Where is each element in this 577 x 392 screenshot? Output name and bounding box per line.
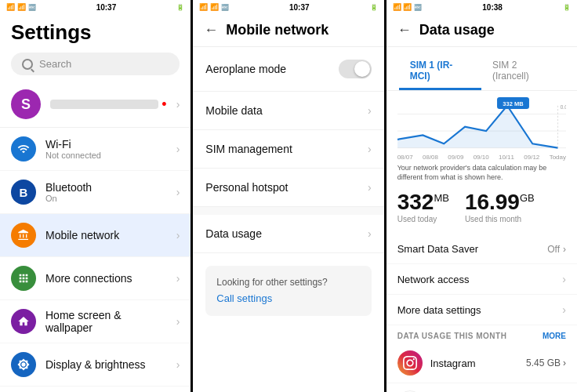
display-item[interactable]: Display & brightness › xyxy=(0,343,191,387)
network-access-row[interactable]: Network access › xyxy=(386,264,577,295)
profile-chevron: › xyxy=(176,98,180,111)
status-right-1: 🔋 xyxy=(176,4,184,11)
wifi-chevron: › xyxy=(176,143,180,155)
chart-svg: 332 MB 0.0 xyxy=(397,97,566,152)
bluetooth-label: Bluetooth xyxy=(45,181,167,194)
status-left-3: 📶 📶 🔤 xyxy=(393,3,423,11)
status-time-1: 10:37 xyxy=(96,3,117,12)
network-type-3: 🔤 xyxy=(414,4,422,11)
status-time-2: 10:37 xyxy=(289,3,310,12)
sim2-tab[interactable]: SIM 2 (Irancell) xyxy=(481,53,564,90)
svg-text:332 MB: 332 MB xyxy=(503,100,524,107)
bluetooth-item[interactable]: B Bluetooth On › xyxy=(0,171,191,214)
personal-hotspot-chevron: › xyxy=(368,181,372,194)
aeroplane-mode-item[interactable]: Aeroplane mode xyxy=(193,47,383,92)
homescreen-label: Home screen & wallpaper xyxy=(45,309,167,334)
back-button[interactable]: ← xyxy=(204,22,218,38)
battery-icon-3: 🔋 xyxy=(563,4,571,11)
svg-marker-3 xyxy=(397,106,558,148)
mobile-network-panel: 📶 📶 🔤 10:37 🔋 ← Mobile network Aeroplane… xyxy=(191,0,383,392)
sim-tabs: SIM 1 (IR-MCI) SIM 2 (Irancell) xyxy=(386,47,577,91)
data-usage-item[interactable]: Data usage › xyxy=(193,215,383,253)
data-usage-header: ← Data usage xyxy=(386,14,577,47)
wifi-item[interactable]: Wi-Fi Not connected › xyxy=(0,128,191,171)
used-month-label: Used this month xyxy=(465,215,535,223)
bluetooth-info: Bluetooth On xyxy=(45,181,167,203)
more-data-settings-label: More data settings xyxy=(397,304,481,316)
network-type: 🔤 xyxy=(28,4,36,11)
mobile-network-item[interactable]: Mobile network › xyxy=(0,214,191,257)
instagram-name: Instagram xyxy=(430,358,518,369)
display-icon xyxy=(11,352,36,377)
used-month-stat: 16.99GB Used this month xyxy=(465,191,535,223)
mobile-network-header: ← Mobile network xyxy=(193,14,383,47)
personal-hotspot-item[interactable]: Personal hotspot › xyxy=(193,169,383,207)
section-title: DATA USAGE THIS MONTH xyxy=(397,332,507,340)
homescreen-item[interactable]: Home screen & wallpaper › xyxy=(0,300,191,343)
smart-data-saver-chevron: › xyxy=(563,244,566,255)
more-data-settings-chevron: › xyxy=(562,303,566,316)
profile-row[interactable]: S • › xyxy=(0,82,191,128)
wifi-label: Wi-Fi xyxy=(45,138,167,151)
instagram-icon xyxy=(397,350,423,376)
smart-data-saver-value: Off › xyxy=(547,244,566,255)
data-warning: Your network provider's data calculation… xyxy=(386,161,577,187)
sim-management-label: SIM management xyxy=(205,143,292,155)
mobile-network-label: Mobile network xyxy=(45,229,167,241)
aeroplane-toggle[interactable] xyxy=(339,60,372,78)
smart-data-saver-row[interactable]: Smart Data Saver Off › xyxy=(386,234,577,264)
more-connections-chevron: › xyxy=(176,272,180,285)
status-bar-3: 📶 📶 🔤 10:38 🔋 xyxy=(386,0,577,14)
bluetooth-icon: B xyxy=(11,180,36,205)
more-connections-item[interactable]: More connections › xyxy=(0,257,191,300)
mobile-data-chevron: › xyxy=(368,104,372,117)
status-time-3: 10:38 xyxy=(482,3,503,12)
separator xyxy=(193,207,383,215)
aeroplane-label: Aeroplane mode xyxy=(205,63,286,75)
sounds-item[interactable]: Sounds & vibration › xyxy=(0,387,191,392)
svg-text:0.0: 0.0 xyxy=(560,104,566,110)
wifi-status: Not connected xyxy=(45,151,167,160)
sim-management-item[interactable]: SIM management › xyxy=(193,130,383,169)
mobile-chevron: › xyxy=(176,229,180,241)
notification-dot: • xyxy=(161,96,166,113)
section-more-button[interactable]: MORE xyxy=(543,332,566,340)
mobile-network-title: Mobile network xyxy=(226,22,328,38)
looking-title: Looking for other settings? xyxy=(216,277,360,288)
smart-data-saver-label: Smart Data Saver xyxy=(397,243,478,255)
status-bar-2: 📶 📶 🔤 10:37 🔋 xyxy=(193,0,383,14)
call-settings-link[interactable]: Call settings xyxy=(216,292,272,304)
personal-hotspot-label: Personal hotspot xyxy=(205,181,288,194)
used-today-label: Used today xyxy=(397,215,449,223)
status-right-3: 🔋 xyxy=(563,4,571,11)
network-access-label: Network access xyxy=(397,274,470,285)
status-right-2: 🔋 xyxy=(370,4,378,11)
mobile-icon xyxy=(11,223,36,248)
more-connections-label: More connections xyxy=(45,272,167,285)
more-data-settings-row[interactable]: More data settings › xyxy=(386,295,577,325)
signal-icon-3: 📶 📶 xyxy=(393,3,412,11)
toggle-knob xyxy=(354,61,370,77)
homescreen-chevron: › xyxy=(176,315,180,328)
data-usage-label: Data usage xyxy=(205,227,262,240)
data-usage-back-button[interactable]: ← xyxy=(397,22,412,38)
data-chart: 332 MB 0.0 xyxy=(386,91,577,154)
mobile-data-item[interactable]: Mobile data › xyxy=(193,92,383,130)
homescreen-icon xyxy=(11,309,36,334)
status-left-2: 📶 📶 🔤 xyxy=(199,3,229,11)
data-usage-panel: 📶 📶 🔤 10:38 🔋 ← Data usage SIM 1 (IR-MCI… xyxy=(384,0,577,392)
display-label: Display & brightness xyxy=(45,358,167,371)
instagram-chevron: › xyxy=(563,358,566,368)
instagram-row[interactable]: Instagram 5.45 GB › xyxy=(386,343,577,383)
used-today-value: 332MB xyxy=(397,191,449,213)
bluetooth-status: On xyxy=(45,194,167,203)
data-stats: 332MB Used today 16.99GB Used this month xyxy=(386,187,577,228)
sim1-tab[interactable]: SIM 1 (IR-MCI) xyxy=(399,53,481,90)
data-usage-title: Data usage xyxy=(419,22,495,38)
data-usage-section-header: DATA USAGE THIS MONTH MORE xyxy=(386,325,577,343)
status-left-1: 📶 📶 🔤 xyxy=(6,3,36,11)
display-chevron: › xyxy=(176,358,180,371)
sim-management-chevron: › xyxy=(368,143,372,155)
chrome-row[interactable]: Chrome 3.06 GB › xyxy=(386,383,577,392)
search-bar[interactable]: Search xyxy=(11,53,180,75)
